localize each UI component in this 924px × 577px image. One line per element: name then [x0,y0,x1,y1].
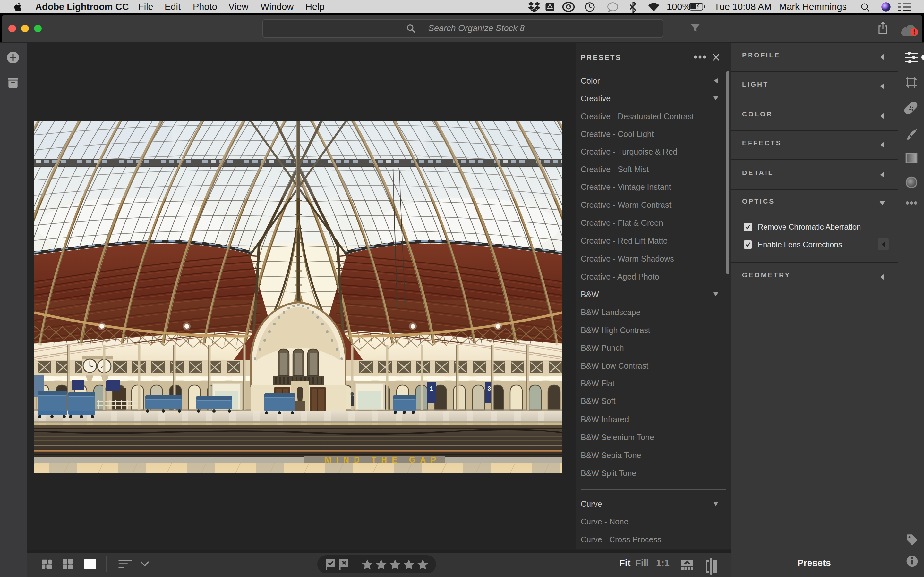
svg-text:MIND THE GAP: MIND THE GAP [325,455,441,464]
